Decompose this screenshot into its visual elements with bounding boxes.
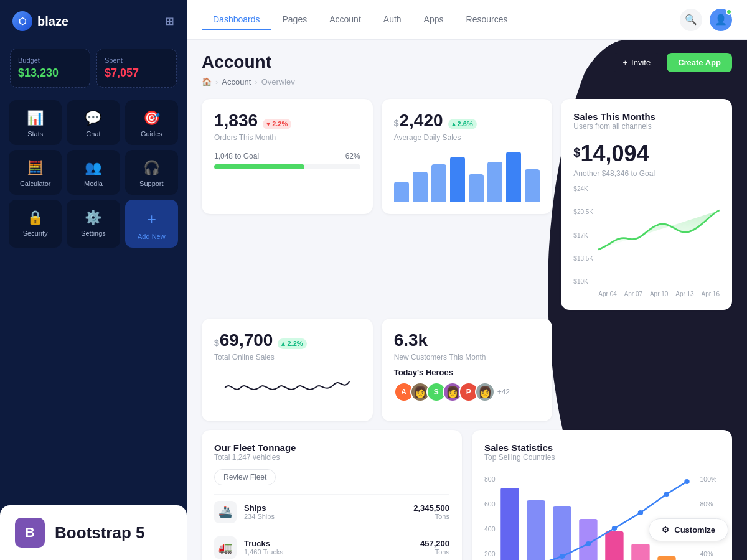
svg-rect-13 <box>631 544 649 560</box>
sidebar-item-chat[interactable]: 💬 Chat <box>67 100 120 145</box>
ships-amount: 2,345,500 <box>413 503 449 513</box>
page-title: Account <box>202 52 271 72</box>
settings-icon: ⚙️ <box>85 210 101 226</box>
sidebar-item-security[interactable]: 🔒 Security <box>9 200 62 248</box>
daily-sales-card: $ 2,420 ▴ 2.6% Average Daily Sales <box>382 99 553 214</box>
progress-bar-bg <box>214 164 360 169</box>
support-label: Support <box>139 180 164 187</box>
topnav-right: 🔍 👤 <box>680 9 732 31</box>
tab-auth[interactable]: Auth <box>372 9 413 30</box>
online-sales-card: $ 69,700 ▴ 2.2% Total Online Sales <box>202 319 373 421</box>
goal-pct: 62% <box>345 152 360 161</box>
sidebar-item-stats[interactable]: 📊 Stats <box>9 100 62 145</box>
customize-button[interactable]: ⚙ Customize <box>649 518 728 541</box>
menu-icon[interactable]: ⊞ <box>165 14 174 28</box>
hero-count: +42 <box>497 388 510 396</box>
page-content: Account + Invite Create App 🏠 › Account … <box>187 40 747 560</box>
settings-label: Settings <box>81 230 106 237</box>
svg-point-18 <box>586 541 591 546</box>
fleet-card: Our Fleet Tonnage Total 1,247 vehicles R… <box>202 430 462 560</box>
chat-icon: 💬 <box>85 110 101 126</box>
review-fleet-button[interactable]: Review Fleet <box>214 469 276 485</box>
bar-1 <box>394 182 409 202</box>
bar-8 <box>525 169 540 202</box>
ships-count: 234 Ships <box>244 513 406 520</box>
trucks-value: 457,200 Tons <box>420 539 449 556</box>
x-label-5: Apr 16 <box>702 291 720 297</box>
y-label-2: $20.5K <box>573 208 598 215</box>
sales-stats-subtitle: Top Selling Countries <box>484 453 720 462</box>
chart-y-labels: $24K $20.5K $17K $13.5K $10K <box>573 185 598 285</box>
nav-tabs: Dashboards Pages Account Auth Apps Resou… <box>202 9 519 30</box>
tab-dashboards[interactable]: Dashboards <box>202 9 271 30</box>
fleet-row-ships: 🚢 Ships 234 Ships 2,345,500 Tons <box>214 494 449 530</box>
add-icon: + <box>147 210 156 229</box>
x-label-2: Apr 07 <box>624 291 642 297</box>
chart-x-labels: Apr 04 Apr 07 Apr 10 Apr 13 Apr 16 <box>598 291 720 297</box>
empty-col <box>561 319 732 421</box>
trucks-info: Trucks 1,460 Trucks <box>244 539 413 556</box>
notification-dot <box>726 9 732 15</box>
sidebar-item-guides[interactable]: 🎯 Guides <box>125 100 178 145</box>
orders-card: 1,836 ▾ 2.2% Orders This Month 1,048 to … <box>202 99 373 214</box>
budget-section: Budget $13,230 Spent $7,057 <box>0 42 187 100</box>
orders-badge: ▾ 2.2% <box>263 119 291 129</box>
fleet-title: Our Fleet Tonnage <box>214 442 449 453</box>
ships-name: Ships <box>244 503 406 513</box>
page-actions: + Invite Create App <box>613 53 732 72</box>
page-header: Account + Invite Create App <box>202 52 732 72</box>
heroes-label: Today's Heroes <box>394 368 540 377</box>
online-sales-label: Total Online Sales <box>214 353 360 362</box>
svg-text:200: 200 <box>484 551 496 558</box>
sales-amount: $14,094 <box>573 141 720 167</box>
heroes-section: Today's Heroes A 👩 S 👩 P <box>394 368 540 402</box>
media-icon: 👥 <box>85 160 101 176</box>
sidebar-item-settings[interactable]: ⚙️ Settings <box>67 200 120 248</box>
sidebar-item-media[interactable]: 👥 Media <box>67 150 120 195</box>
customize-label: Customize <box>674 525 715 534</box>
search-button[interactable]: 🔍 <box>680 9 702 31</box>
sales-chart: 800 600 400 200 100% 80% 60% 40% <box>484 469 720 560</box>
budget-card: Budget $13,230 <box>10 49 90 88</box>
chart-area <box>598 185 720 285</box>
svg-text:40%: 40% <box>700 551 713 558</box>
sidebar-item-calculator[interactable]: 🧮 Calculator <box>9 150 62 195</box>
svg-point-20 <box>638 510 643 515</box>
bottom-section: Our Fleet Tonnage Total 1,247 vehicles R… <box>202 430 732 560</box>
invite-button[interactable]: + Invite <box>613 53 660 72</box>
calculator-label: Calculator <box>20 180 51 187</box>
breadcrumb-account[interactable]: Account <box>222 77 251 86</box>
tab-account[interactable]: Account <box>318 9 372 30</box>
sidebar-item-add-new[interactable]: + Add New <box>125 200 178 248</box>
sparkline <box>214 369 360 409</box>
svg-rect-12 <box>605 531 623 560</box>
user-avatar[interactable]: 👤 <box>710 9 732 31</box>
x-label-1: Apr 04 <box>598 291 616 297</box>
svg-text:600: 600 <box>484 501 496 508</box>
sidebar: ⬡ blaze ⊞ Budget $13,230 Spent $7,057 📊 … <box>0 0 187 560</box>
logo: ⬡ blaze <box>12 11 68 31</box>
sidebar-item-support[interactable]: 🎧 Support <box>125 150 178 195</box>
svg-rect-8 <box>500 488 519 560</box>
spent-card: Spent $7,057 <box>96 49 177 88</box>
hero-avatar-6: 👩 <box>475 382 495 402</box>
x-label-3: Apr 10 <box>650 291 668 297</box>
trucks-unit: Tons <box>420 548 449 556</box>
tab-resources[interactable]: Resources <box>455 9 519 30</box>
calculator-icon: 🧮 <box>27 160 44 176</box>
x-label-4: Apr 13 <box>675 291 693 297</box>
content-inner: Account + Invite Create App 🏠 › Account … <box>187 40 747 560</box>
guides-icon: 🎯 <box>143 110 160 126</box>
guides-label: Guides <box>141 130 162 138</box>
create-app-button[interactable]: Create App <box>667 53 732 72</box>
chat-label: Chat <box>86 130 100 138</box>
tab-apps[interactable]: Apps <box>413 9 455 30</box>
bootstrap-label: Bootstrap 5 <box>55 523 144 543</box>
svg-text:80%: 80% <box>700 501 713 508</box>
bar-4 <box>450 157 465 202</box>
new-customers-card: 6.3k New Customers This Month Today's He… <box>382 319 553 421</box>
breadcrumb-home-icon[interactable]: 🏠 <box>202 77 212 86</box>
topnav: Dashboards Pages Account Auth Apps Resou… <box>187 0 747 40</box>
sales-month-subtitle: Users from all channels <box>573 122 720 131</box>
tab-pages[interactable]: Pages <box>271 9 319 30</box>
